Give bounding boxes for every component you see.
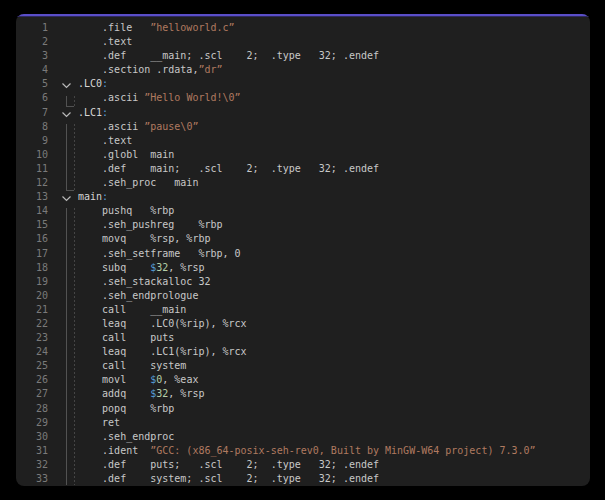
line-number: 19 xyxy=(16,275,48,289)
code-token-plain: , %rsp xyxy=(168,262,204,273)
code-text: call puts xyxy=(48,331,174,345)
line-number: 15 xyxy=(16,218,48,232)
code-editor[interactable]: 1 .file ”helloworld.c”2 .text3 .def __ma… xyxy=(16,17,590,486)
code-text: .ident ”GCC: (x86_64-posix-seh-rev0, Bui… xyxy=(48,444,536,458)
code-line[interactable]: 6 .ascii ”Hello World!\0” xyxy=(16,91,590,105)
line-number: 29 xyxy=(16,416,48,430)
code-line[interactable]: 27 addq $32, %rsp xyxy=(16,387,590,401)
code-token-string: ”Hello World!\0” xyxy=(144,92,240,103)
code-line[interactable]: 31 .ident ”GCC: (x86_64-posix-seh-rev0, … xyxy=(16,444,590,458)
code-line[interactable]: 16 movq %rsp, %rbp xyxy=(16,232,590,246)
code-text: leaq .LC1(%rip), %rcx xyxy=(48,345,247,359)
code-token-plain: .text xyxy=(78,36,132,47)
line-number: 20 xyxy=(16,289,48,303)
code-token-plain: .globl main xyxy=(78,149,174,160)
code-text: .LC1: xyxy=(48,106,108,120)
code-token-plain: pushq %rbp xyxy=(78,205,174,216)
code-line[interactable]: 17 .seh_setframe %rbp, 0 xyxy=(16,247,590,261)
code-text: leaq .LC0(%rip), %rcx xyxy=(48,317,247,331)
code-line[interactable]: 3 .def __main; .scl 2; .type 32; .endef xyxy=(16,49,590,63)
code-text: main: xyxy=(48,190,108,204)
code-token-plain: , %rsp xyxy=(168,388,204,399)
line-number: 25 xyxy=(16,359,48,373)
code-line[interactable]: 13main: xyxy=(16,190,590,204)
code-line[interactable]: 14 pushq %rbp xyxy=(16,204,590,218)
code-line[interactable]: 11 .def main; .scl 2; .type 32; .endef xyxy=(16,162,590,176)
code-token-plain: call puts xyxy=(78,332,174,343)
line-number: 21 xyxy=(16,303,48,317)
code-line[interactable]: 20 .seh_endprologue xyxy=(16,289,590,303)
code-line[interactable]: 33 .def system; .scl 2; .type 32; .endef xyxy=(16,472,590,486)
code-line[interactable]: 19 .seh_stackalloc 32 xyxy=(16,275,590,289)
code-line[interactable]: 15 .seh_pushreg %rbp xyxy=(16,218,590,232)
code-text: pushq %rbp xyxy=(48,204,174,218)
code-line[interactable]: 7.LC1: xyxy=(16,106,590,120)
fold-chevron-icon[interactable] xyxy=(61,193,73,201)
code-line[interactable]: 21 call __main xyxy=(16,303,590,317)
line-number: 12 xyxy=(16,176,48,190)
code-token-plain: ret xyxy=(78,417,120,428)
code-line[interactable]: 1 .file ”helloworld.c” xyxy=(16,21,590,35)
line-number: 9 xyxy=(16,134,48,148)
code-line[interactable]: 9 .text xyxy=(16,134,590,148)
code-token-plain: .def system; .scl 2; .type 32; .endef xyxy=(78,473,379,484)
code-line[interactable]: 4 .section .rdata,”dr” xyxy=(16,63,590,77)
code-line[interactable]: 28 popq %rbp xyxy=(16,402,590,416)
line-number: 11 xyxy=(16,162,48,176)
code-token-plain: .ident xyxy=(78,445,150,456)
code-text: subq $32, %rsp xyxy=(48,261,204,275)
screen-background: 1 .file ”helloworld.c”2 .text3 .def __ma… xyxy=(0,0,605,500)
code-text: .def system; .scl 2; .type 32; .endef xyxy=(48,472,379,486)
code-text: .file ”helloworld.c” xyxy=(48,21,235,35)
code-token-plain: leaq .LC1(%rip), %rcx xyxy=(78,346,247,357)
code-token-blue: : xyxy=(102,107,108,118)
code-token-plain: popq %rbp xyxy=(78,403,174,414)
line-number: 5 xyxy=(16,77,48,91)
code-token-blue: : xyxy=(102,78,108,89)
code-line[interactable]: 23 call puts xyxy=(16,331,590,345)
code-lines: 1 .file ”helloworld.c”2 .text3 .def __ma… xyxy=(16,21,590,486)
code-token-plain: .def __main; .scl 2; .type 32; .endef xyxy=(78,50,379,61)
code-token-plain: call __main xyxy=(78,304,186,315)
code-line[interactable]: 24 leaq .LC1(%rip), %rcx xyxy=(16,345,590,359)
line-number: 7 xyxy=(16,106,48,120)
fold-chevron-icon[interactable] xyxy=(61,80,73,88)
code-token-label: main xyxy=(78,191,102,202)
code-token-plain: call system xyxy=(78,360,186,371)
code-line[interactable]: 26 movl $0, %eax xyxy=(16,373,590,387)
code-line[interactable]: 8 .ascii ”pause\0” xyxy=(16,120,590,134)
line-number: 22 xyxy=(16,317,48,331)
code-text: .globl main xyxy=(48,148,174,162)
code-token-plain: .seh_stackalloc 32 xyxy=(78,276,210,287)
line-number: 33 xyxy=(16,472,48,486)
line-number: 28 xyxy=(16,402,48,416)
line-number: 3 xyxy=(16,49,48,63)
code-line[interactable]: 29 ret xyxy=(16,416,590,430)
code-line[interactable]: 18 subq $32, %rsp xyxy=(16,261,590,275)
line-number: 26 xyxy=(16,373,48,387)
line-number: 4 xyxy=(16,63,48,77)
line-number: 8 xyxy=(16,120,48,134)
code-line[interactable]: 30 .seh_endproc xyxy=(16,430,590,444)
code-line[interactable]: 32 .def puts; .scl 2; .type 32; .endef xyxy=(16,458,590,472)
code-text: .section .rdata,”dr” xyxy=(48,63,223,77)
code-token-plain: .ascii xyxy=(78,121,144,132)
code-token-green: 32 xyxy=(156,262,168,273)
fold-chevron-icon[interactable] xyxy=(61,109,73,117)
line-number: 14 xyxy=(16,204,48,218)
code-line[interactable]: 10 .globl main xyxy=(16,148,590,162)
code-token-string: ”dr” xyxy=(198,64,222,75)
code-token-label: .LC1 xyxy=(78,107,102,118)
code-line[interactable]: 2 .text xyxy=(16,35,590,49)
code-line[interactable]: 25 call system xyxy=(16,359,590,373)
code-line[interactable]: 12 .seh_proc main xyxy=(16,176,590,190)
code-token-label: .LC0 xyxy=(78,78,102,89)
code-token-plain: , %eax xyxy=(162,374,198,385)
line-number: 31 xyxy=(16,444,48,458)
code-line[interactable]: 5.LC0: xyxy=(16,77,590,91)
code-token-green: 32 xyxy=(156,388,168,399)
code-token-plain: subq xyxy=(78,262,150,273)
line-number: 17 xyxy=(16,247,48,261)
code-line[interactable]: 22 leaq .LC0(%rip), %rcx xyxy=(16,317,590,331)
code-text: .LC0: xyxy=(48,77,108,91)
